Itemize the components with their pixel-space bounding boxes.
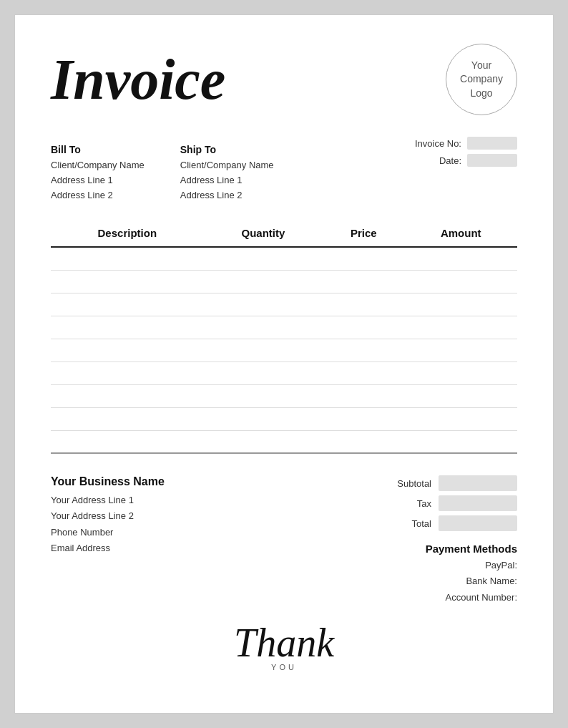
tax-row: Tax (388, 495, 517, 511)
cell-amount (404, 430, 517, 453)
cell-amount (404, 293, 517, 316)
cell-price (323, 270, 404, 293)
cell-qty (204, 361, 323, 384)
tax-label: Tax (388, 498, 431, 509)
table-row (51, 270, 517, 293)
business-email: Email Address (51, 540, 165, 556)
cell-price (323, 293, 404, 316)
invoice-no-value (467, 137, 517, 150)
business-name: Your Business Name (51, 475, 165, 488)
cell-desc (51, 407, 204, 430)
bill-to-block: Bill To Client/Company Name Address Line… (51, 144, 145, 203)
invoice-title: Invoice (51, 51, 225, 108)
cell-qty (204, 430, 323, 453)
totals-section: Subtotal Tax Total (360, 475, 517, 531)
cell-qty (204, 270, 323, 293)
right-footer: Subtotal Tax Total Payment Methods PayPa… (360, 475, 517, 605)
bill-to-address2: Address Line 2 (51, 188, 145, 203)
tax-value (439, 495, 517, 511)
invoice-no-row: Invoice No: (415, 137, 517, 150)
ship-to-address1: Address Line 1 (180, 173, 274, 188)
cell-qty (204, 339, 323, 361)
cell-amount (404, 384, 517, 407)
cell-desc (51, 270, 204, 293)
date-label: Date: (439, 155, 461, 166)
ship-to-block: Ship To Client/Company Name Address Line… (180, 144, 274, 203)
cell-amount (404, 247, 517, 270)
table-row (51, 384, 517, 407)
cell-desc (51, 339, 204, 361)
col-price: Price (323, 220, 404, 247)
invoice-table: Description Quantity Price Amount (51, 220, 517, 454)
cell-amount (404, 339, 517, 361)
cell-price (323, 339, 404, 361)
cell-price (323, 361, 404, 384)
cell-amount (404, 316, 517, 339)
cell-amount (404, 270, 517, 293)
thank-you-text: Thank YOU (234, 623, 334, 671)
cell-price (323, 407, 404, 430)
subtotal-value (439, 475, 517, 491)
total-row: Total (388, 515, 517, 531)
cell-desc (51, 361, 204, 384)
cell-desc (51, 293, 204, 316)
col-amount: Amount (404, 220, 517, 247)
col-quantity: Quantity (204, 220, 323, 247)
table-row (51, 247, 517, 270)
cell-qty (204, 407, 323, 430)
footer-section: Your Business Name Your Address Line 1 Y… (51, 475, 517, 605)
payment-methods: Payment Methods PayPal: Bank Name: Accou… (426, 543, 517, 605)
invoice-page: Invoice YourCompanyLogo Bill To Client/C… (14, 14, 554, 714)
business-info: Your Business Name Your Address Line 1 Y… (51, 475, 165, 555)
table-row (51, 293, 517, 316)
cell-desc (51, 430, 204, 453)
cell-desc (51, 247, 204, 270)
subtotal-row: Subtotal (388, 475, 517, 491)
cell-qty (204, 293, 323, 316)
account-row: Account Number: (426, 590, 517, 606)
cell-price (323, 247, 404, 270)
thank-you-section: Thank YOU (51, 623, 517, 673)
cell-price (323, 316, 404, 339)
table-row (51, 316, 517, 339)
bill-to-label: Bill To (51, 144, 145, 155)
business-phone: Phone Number (51, 525, 165, 540)
table-row (51, 407, 517, 430)
cell-price (323, 384, 404, 407)
business-address1: Your Address Line 1 (51, 492, 165, 508)
cell-price (323, 430, 404, 453)
ship-to-label: Ship To (180, 144, 274, 155)
cell-qty (204, 384, 323, 407)
total-label: Total (388, 518, 431, 529)
date-value (467, 154, 517, 167)
payment-title: Payment Methods (426, 543, 517, 555)
table-row (51, 430, 517, 453)
ship-to-company: Client/Company Name (180, 158, 274, 173)
date-row: Date: (439, 154, 517, 167)
business-address2: Your Address Line 2 (51, 508, 165, 524)
cell-desc (51, 384, 204, 407)
cell-amount (404, 407, 517, 430)
thank-main: Thank (234, 623, 334, 663)
company-logo: YourCompanyLogo (446, 44, 517, 115)
table-header-row: Description Quantity Price Amount (51, 220, 517, 247)
table-row (51, 361, 517, 384)
cell-qty (204, 316, 323, 339)
total-value (439, 515, 517, 531)
paypal-row: PayPal: (426, 558, 517, 573)
bank-row: Bank Name: (426, 573, 517, 589)
cell-desc (51, 316, 204, 339)
col-description: Description (51, 220, 204, 247)
invoice-no-label: Invoice No: (415, 138, 461, 149)
bill-to-address1: Address Line 1 (51, 173, 145, 188)
bill-to-company: Client/Company Name (51, 158, 145, 173)
table-row (51, 339, 517, 361)
subtotal-label: Subtotal (388, 478, 431, 489)
invoice-meta: Invoice No: Date: (415, 137, 517, 167)
cell-qty (204, 247, 323, 270)
cell-amount (404, 361, 517, 384)
header: Invoice YourCompanyLogo (51, 44, 517, 115)
ship-to-address2: Address Line 2 (180, 188, 274, 203)
